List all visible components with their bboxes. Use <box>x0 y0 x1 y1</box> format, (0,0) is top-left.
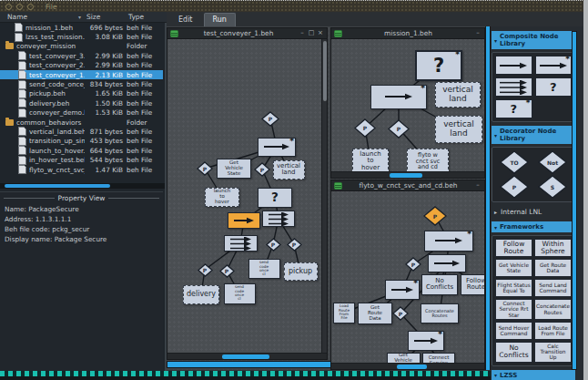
tree-node[interactable]: * <box>385 280 420 300</box>
tree-node-parallel[interactable]: P <box>197 161 213 176</box>
behavior-canvas[interactable]: P*PNoConflictsFollowRoute*LoadRouteFromF… <box>331 191 484 369</box>
tree-node[interactable] <box>262 211 295 227</box>
framework-button[interactable]: Get Vehicle State <box>495 259 532 277</box>
file-menu[interactable]: File <box>46 3 57 11</box>
internal-lnl-section[interactable]: ▸Internal LNL <box>494 208 576 216</box>
window-vscrollbar[interactable] <box>321 39 327 353</box>
tree-node-parallel[interactable]: P <box>388 119 410 139</box>
tree-node-parallel[interactable]: P <box>219 264 235 278</box>
close-button[interactable]: × <box>317 29 324 37</box>
window-titlebar[interactable]: test_conveyer_1.beh–□× <box>167 28 327 39</box>
tree-node-parallel[interactable]: P <box>261 111 279 127</box>
window-hscrollbar[interactable] <box>331 363 484 369</box>
file-row[interactable]: flyto_w_cnct_svc_a...1.47 KiBbeh File <box>0 165 163 174</box>
decorator-node-p[interactable]: P <box>500 175 529 199</box>
sort-arrow-icon[interactable]: ▾ <box>78 14 81 20</box>
framework-button[interactable]: Get Route Data <box>534 259 572 277</box>
file-row[interactable]: test_conveyer_2.beh2.99 KiBbeh File <box>0 61 163 70</box>
tree-node-parallel[interactable]: P <box>354 118 376 138</box>
window-titlebar[interactable]: mission_1.beh– <box>331 28 484 39</box>
composite-node-triple[interactable] <box>495 77 532 97</box>
decorator-node-to[interactable]: TO <box>500 150 529 174</box>
tree-node[interactable]: ?* <box>415 50 462 81</box>
framework-button[interactable]: No Conflicts <box>495 342 532 363</box>
section-header[interactable]: ▾Composite Node Library <box>492 31 575 49</box>
file-tree-hscrollbar[interactable] <box>0 183 165 189</box>
scrollbar-thumb[interactable] <box>5 184 110 188</box>
framework-button[interactable]: Flight Status Equal To <box>495 279 532 297</box>
section-header[interactable]: ▾LZSS <box>492 370 575 380</box>
behavior-canvas[interactable]: ?**verticallandPPverticallandlaunchtohov… <box>331 39 484 178</box>
tree-node-parallel[interactable]: P <box>392 306 409 321</box>
file-row[interactable]: conveyer_demo.beh1.53 KiBbeh File <box>0 108 163 118</box>
tree-node[interactable]: GetVehicleState <box>217 159 251 179</box>
tree-node[interactable]: GetRouteData <box>358 303 392 324</box>
file-row[interactable]: send_code_once_d...834 bytesbeh File <box>0 79 163 88</box>
tree-node[interactable]: sendcodeoncecl <box>224 283 256 304</box>
tree-node[interactable] <box>224 235 258 252</box>
tab-run[interactable]: Run <box>204 13 236 26</box>
composite-node-arrow-star[interactable]: * <box>535 56 573 75</box>
panel-vertical-scrollbar[interactable] <box>572 31 577 370</box>
tree-node[interactable]: ? <box>258 188 292 208</box>
file-row[interactable]: test_conveyer_1.beh2.13 KiBbeh File <box>0 70 163 79</box>
minimize-button[interactable]: – <box>299 29 306 37</box>
file-row[interactable]: conveyer_missionFolder <box>0 42 163 51</box>
window-hscrollbar[interactable] <box>331 171 484 178</box>
file-row[interactable]: test_conveyer_3.beh2.99 KiBbeh File <box>0 51 163 60</box>
tree-node[interactable]: FollowRoute <box>461 274 484 295</box>
file-row[interactable]: delivery.beh1.50 KiBbeh File <box>0 98 163 108</box>
tree-node[interactable]: * <box>258 138 296 157</box>
framework-button[interactable]: Load Route From File <box>534 322 572 340</box>
tree-node[interactable]: verticalland <box>435 116 482 143</box>
tree-node-parallel[interactable]: P <box>287 238 302 252</box>
tree-node[interactable]: * <box>424 231 473 252</box>
window-hscrollbar[interactable] <box>167 353 327 359</box>
section-header[interactable]: ▾Frameworks <box>492 221 575 232</box>
column-type[interactable]: Type <box>128 13 167 21</box>
tree-node[interactable]: * <box>370 85 427 109</box>
tree-node[interactable]: * <box>408 331 444 351</box>
window-control-dot[interactable] <box>5 4 12 10</box>
behavior-canvas[interactable]: P*PGetVehicleStatePverticallandlaunchtoh… <box>167 39 327 359</box>
restore-button[interactable]: □ <box>308 29 315 37</box>
tree-node[interactable] <box>428 254 466 272</box>
tree-node-parallel[interactable]: P <box>198 263 213 277</box>
tree-node[interactable]: flyto wcnct svcand cd <box>407 149 449 174</box>
composite-node-question[interactable]: ? <box>535 77 573 97</box>
tree-node[interactable]: NoConflicts <box>421 274 458 295</box>
tab-edit[interactable]: Edit <box>170 14 201 26</box>
file-row[interactable]: common_behaviorsFolder <box>0 118 163 127</box>
decorator-node-not[interactable]: Not <box>538 150 567 174</box>
decorator-node-s[interactable]: S <box>538 175 567 199</box>
framework-button[interactable]: Send Land Command <box>534 279 572 297</box>
tree-node[interactable]: launchtohover <box>352 149 389 174</box>
minimize-button[interactable]: – <box>474 29 482 37</box>
file-row[interactable]: vertical_land.beh871 bytesbeh File <box>0 127 163 136</box>
framework-button[interactable]: Connect Service Rrt Star <box>495 299 532 320</box>
scrollbar-thumb[interactable] <box>222 354 269 359</box>
window-titlebar[interactable]: flyto_w_cnct_svc_and_cd.beh– <box>331 180 484 191</box>
tree-node[interactable]: sendcodeoncecl <box>248 259 280 279</box>
framework-button[interactable]: Follow Route <box>495 239 532 257</box>
file-row[interactable]: lzss_test_mission.beh3.08 KiBbeh File <box>0 32 163 41</box>
minimize-button[interactable]: – <box>474 181 482 190</box>
tree-node[interactable]: launchtohover <box>205 188 239 207</box>
section-header[interactable]: ▾Decorator Node Library <box>492 126 575 144</box>
tree-node[interactable]: LoadRouteFromFile <box>333 303 355 324</box>
tree-node-parallel[interactable]: P <box>423 206 447 226</box>
column-size[interactable]: Size <box>86 13 128 21</box>
file-row[interactable]: mission_1.beh696 bytesbeh File <box>0 23 163 32</box>
window-control-dot[interactable] <box>27 4 34 10</box>
tree-node[interactable]: verticalland <box>435 82 481 108</box>
scrollbar-thumb[interactable] <box>390 173 422 178</box>
tree-node[interactable]: delivery <box>183 285 219 304</box>
composite-node-question-star[interactable]: ?* <box>495 99 532 118</box>
tree-node-parallel[interactable]: P <box>254 162 270 177</box>
tree-node[interactable]: verticalland <box>273 160 305 180</box>
tree-node-parallel[interactable]: P <box>405 257 421 272</box>
framework-button[interactable]: Send Hover Command <box>495 322 532 340</box>
tree-node[interactable] <box>228 212 260 229</box>
file-row[interactable]: in_hover_test.beh544 bytesbeh File <box>0 155 163 164</box>
window-control-dot[interactable] <box>16 4 23 10</box>
